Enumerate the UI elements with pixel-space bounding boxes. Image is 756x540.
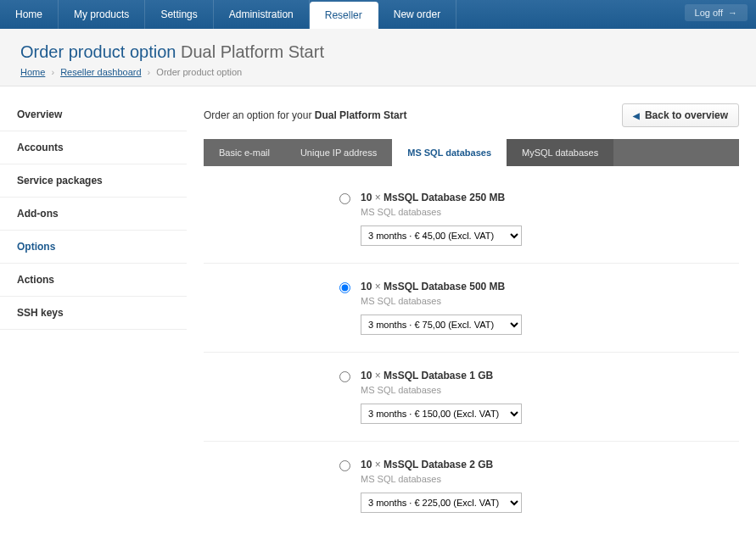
option-subtitle: MS SQL databases — [361, 296, 522, 306]
breadcrumb: Home › Reseller dashboard › Order produc… — [20, 67, 736, 77]
subtab-mysql[interactable]: MySQL databases — [507, 139, 613, 166]
option-name: MsSQL Database 2 GB — [384, 459, 493, 470]
breadcrumb-dashboard[interactable]: Reseller dashboard — [60, 67, 141, 77]
sidebar: Overview Accounts Service packages Add-o… — [0, 86, 187, 540]
breadcrumb-home[interactable]: Home — [20, 67, 45, 77]
option-qty: 10 — [361, 281, 372, 292]
subtabs: Basic e-mail Unique IP address MS SQL da… — [204, 139, 739, 166]
option-title: 10 × MsSQL Database 2 GB — [361, 459, 522, 470]
sidebar-item-actions[interactable]: Actions — [0, 264, 187, 297]
arrow-right-icon: → — [728, 8, 737, 18]
intro-text: Order an option for your Dual Platform S… — [204, 109, 406, 121]
nav-new-order[interactable]: New order — [378, 0, 456, 29]
main-content: Order an option for your Dual Platform S… — [187, 86, 756, 540]
option-title: 10 × MsSQL Database 1 GB — [361, 370, 522, 381]
page-title: Order product option Dual Platform Start — [20, 42, 736, 62]
times-icon: × — [375, 370, 381, 381]
option-qty: 10 — [361, 459, 372, 470]
subtab-basic-email[interactable]: Basic e-mail — [204, 139, 285, 166]
top-nav: Home My products Settings Administration… — [0, 0, 756, 29]
option-row: 10 × MsSQL Database 500 MB MS SQL databa… — [204, 264, 739, 353]
option-duration-select-500mb[interactable]: 3 months · € 75,00 (Excl. VAT) — [361, 315, 522, 335]
option-subtitle: MS SQL databases — [361, 474, 522, 484]
back-to-overview-button[interactable]: ◀ Back to overview — [622, 103, 739, 127]
option-name: MsSQL Database 1 GB — [384, 370, 493, 381]
chevron-right-icon: › — [148, 67, 151, 77]
option-radio-2gb[interactable] — [339, 460, 350, 471]
subtab-unique-ip[interactable]: Unique IP address — [285, 139, 392, 166]
option-subtitle: MS SQL databases — [361, 207, 522, 217]
sidebar-item-accounts[interactable]: Accounts — [0, 131, 187, 164]
subtab-mssql[interactable]: MS SQL databases — [392, 139, 507, 166]
intro-product: Dual Platform Start — [315, 109, 407, 121]
option-duration-select-1gb[interactable]: 3 months · € 150,00 (Excl. VAT) — [361, 404, 522, 424]
nav-settings[interactable]: Settings — [145, 0, 213, 29]
option-name: MsSQL Database 500 MB — [384, 281, 505, 292]
chevron-right-icon: › — [51, 67, 54, 77]
options-list: 10 × MsSQL Database 250 MB MS SQL databa… — [204, 166, 739, 530]
option-duration-select-2gb[interactable]: 3 months · € 225,00 (Excl. VAT) — [361, 493, 522, 513]
triangle-left-icon: ◀ — [633, 111, 640, 120]
option-row: 10 × MsSQL Database 250 MB MS SQL databa… — [204, 175, 739, 264]
sidebar-item-ssh-keys[interactable]: SSH keys — [0, 297, 187, 330]
option-radio-250mb[interactable] — [339, 193, 350, 204]
option-radio-1gb[interactable] — [339, 371, 350, 382]
sidebar-item-add-ons[interactable]: Add-ons — [0, 198, 187, 231]
option-title: 10 × MsSQL Database 500 MB — [361, 281, 522, 292]
option-duration-select-250mb[interactable]: 3 months · € 45,00 (Excl. VAT) — [361, 225, 522, 246]
times-icon: × — [375, 459, 381, 470]
breadcrumb-current: Order product option — [156, 67, 242, 77]
option-title: 10 × MsSQL Database 250 MB — [361, 192, 522, 203]
nav-reseller[interactable]: Reseller — [310, 2, 378, 29]
option-subtitle: MS SQL databases — [361, 385, 522, 395]
times-icon: × — [375, 281, 381, 292]
nav-administration[interactable]: Administration — [214, 0, 310, 29]
agree-block: I agree with the general conditions This… — [204, 530, 739, 540]
back-label: Back to overview — [645, 109, 728, 121]
intro-prefix: Order an option for your — [204, 109, 311, 121]
option-qty: 10 — [361, 370, 372, 381]
logoff-label: Log off — [695, 8, 723, 18]
option-name: MsSQL Database 250 MB — [384, 192, 505, 203]
page-header: Order product option Dual Platform Start… — [0, 29, 756, 86]
nav-home[interactable]: Home — [0, 0, 59, 29]
option-row: 10 × MsSQL Database 2 GB MS SQL database… — [204, 442, 739, 530]
option-qty: 10 — [361, 192, 372, 203]
option-row: 10 × MsSQL Database 1 GB MS SQL database… — [204, 353, 739, 442]
option-radio-500mb[interactable] — [339, 282, 350, 293]
sidebar-item-overview[interactable]: Overview — [0, 98, 187, 131]
times-icon: × — [375, 192, 381, 203]
nav-my-products[interactable]: My products — [59, 0, 145, 29]
sidebar-item-service-packages[interactable]: Service packages — [0, 164, 187, 198]
logoff-button[interactable]: Log off → — [685, 4, 748, 21]
page-title-product: Dual Platform Start — [181, 42, 324, 61]
page-title-prefix: Order product option — [20, 42, 176, 61]
sidebar-item-options[interactable]: Options — [0, 231, 187, 264]
